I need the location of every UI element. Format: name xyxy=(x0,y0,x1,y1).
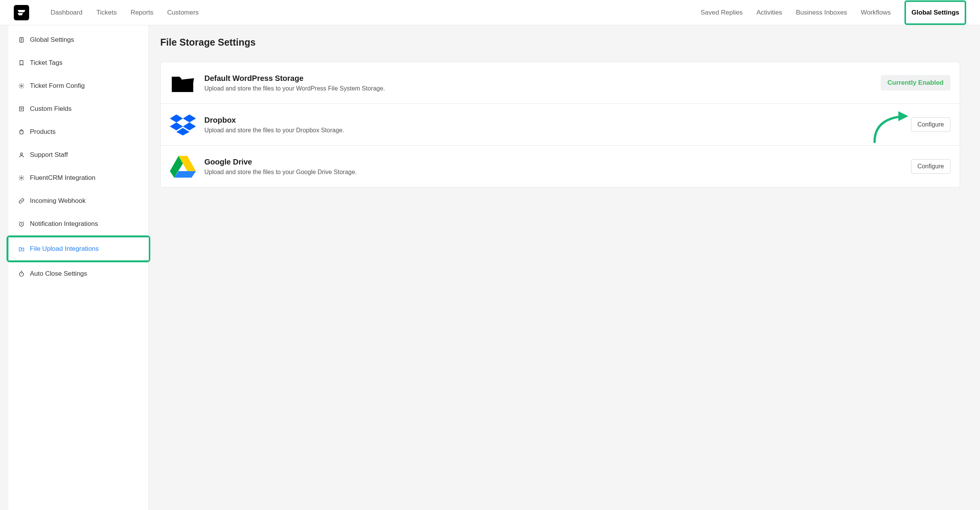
folder-icon xyxy=(170,70,196,96)
configure-dropbox-button[interactable]: Configure xyxy=(911,117,950,132)
storage-title: Default WordPress Storage xyxy=(204,74,872,83)
gear-icon xyxy=(18,175,25,181)
sidebar-item-incoming-webhook[interactable]: Incoming Webhook xyxy=(8,189,148,212)
clock-icon xyxy=(18,221,25,227)
logo-icon xyxy=(16,8,26,18)
sidebar-item-label: FluentCRM Integration xyxy=(30,174,95,182)
sidebar-item-products[interactable]: Products xyxy=(8,120,148,143)
sidebar-item-auto-close[interactable]: Auto Close Settings xyxy=(8,262,148,285)
storage-list: Default WordPress Storage Upload and sto… xyxy=(160,62,960,188)
storage-desc: Upload and store the files to your Dropb… xyxy=(204,127,903,134)
storage-title: Google Drive xyxy=(204,158,903,166)
svg-point-8 xyxy=(20,153,22,155)
storage-title: Dropbox xyxy=(204,116,903,125)
svg-point-4 xyxy=(21,85,22,87)
folder-upload-icon xyxy=(18,246,25,252)
sidebar-item-label: Global Settings xyxy=(30,36,74,44)
svg-point-11 xyxy=(20,272,24,276)
svg-point-9 xyxy=(21,177,22,179)
highlight-file-upload: File Upload Integrations xyxy=(7,235,150,262)
settings-sidebar: Global Settings Ticket Tags Ticket Form … xyxy=(8,25,149,510)
sidebar-item-notification-integrations[interactable]: Notification Integrations xyxy=(8,212,148,235)
sidebar-item-label: Ticket Tags xyxy=(30,59,62,67)
sidebar-item-custom-fields[interactable]: Custom Fields xyxy=(8,97,148,120)
bookmark-icon xyxy=(18,60,25,66)
configure-google-drive-button[interactable]: Configure xyxy=(911,159,950,174)
user-icon xyxy=(18,152,25,158)
top-header: Dashboard Tickets Reports Customers Save… xyxy=(0,0,980,25)
storage-card-dropbox: Dropbox Upload and store the files to yo… xyxy=(161,104,960,146)
currently-enabled-badge: Currently Enabled xyxy=(881,75,950,90)
list-icon xyxy=(18,106,25,112)
nav-right: Saved Replies Activities Business Inboxe… xyxy=(700,0,966,25)
sidebar-item-fluentcrm[interactable]: FluentCRM Integration xyxy=(8,166,148,189)
nav-global-settings[interactable]: Global Settings xyxy=(911,9,959,16)
sidebar-item-label: Notification Integrations xyxy=(30,220,98,228)
nav-reports[interactable]: Reports xyxy=(130,9,153,16)
nav-business-inboxes[interactable]: Business Inboxes xyxy=(796,9,847,16)
link-icon xyxy=(18,198,25,204)
sidebar-item-global-settings[interactable]: Global Settings xyxy=(8,28,148,51)
storage-desc: Upload and store the files to your Googl… xyxy=(204,169,903,176)
timer-icon xyxy=(18,271,25,277)
bag-icon xyxy=(18,129,25,135)
nav-left: Dashboard Tickets Reports Customers xyxy=(51,9,199,16)
nav-dashboard[interactable]: Dashboard xyxy=(51,9,82,16)
sidebar-item-ticket-form-config[interactable]: Ticket Form Config xyxy=(8,74,148,97)
sidebar-item-label: Auto Close Settings xyxy=(30,270,87,278)
nav-tickets[interactable]: Tickets xyxy=(96,9,117,16)
nav-saved-replies[interactable]: Saved Replies xyxy=(700,9,743,16)
highlight-global-settings: Global Settings xyxy=(904,0,966,25)
gear-icon xyxy=(18,83,25,89)
sidebar-item-label: Support Staff xyxy=(30,151,68,159)
sidebar-item-label: Custom Fields xyxy=(30,105,72,113)
sidebar-item-ticket-tags[interactable]: Ticket Tags xyxy=(8,51,148,74)
nav-activities[interactable]: Activities xyxy=(756,9,782,16)
storage-desc: Upload and store the files to your WordP… xyxy=(204,85,872,92)
main-content: File Storage Settings Default WordPress … xyxy=(149,25,972,510)
sidebar-item-label: Incoming Webhook xyxy=(30,197,86,205)
sidebar-item-label: File Upload Integrations xyxy=(30,245,99,253)
page-title: File Storage Settings xyxy=(160,37,960,48)
app-logo[interactable] xyxy=(14,5,29,20)
google-drive-icon xyxy=(170,153,196,179)
sidebar-item-label: Ticket Form Config xyxy=(30,82,85,90)
sidebar-item-support-staff[interactable]: Support Staff xyxy=(8,143,148,166)
sidebar-item-label: Products xyxy=(30,128,56,136)
document-icon xyxy=(18,37,25,43)
dropbox-icon xyxy=(170,112,196,138)
storage-card-google-drive: Google Drive Upload and store the files … xyxy=(161,146,960,187)
sidebar-item-file-upload-integrations[interactable]: File Upload Integrations xyxy=(8,237,149,260)
nav-workflows[interactable]: Workflows xyxy=(861,9,891,16)
nav-customers[interactable]: Customers xyxy=(167,9,199,16)
storage-card-wordpress: Default WordPress Storage Upload and sto… xyxy=(161,62,960,104)
